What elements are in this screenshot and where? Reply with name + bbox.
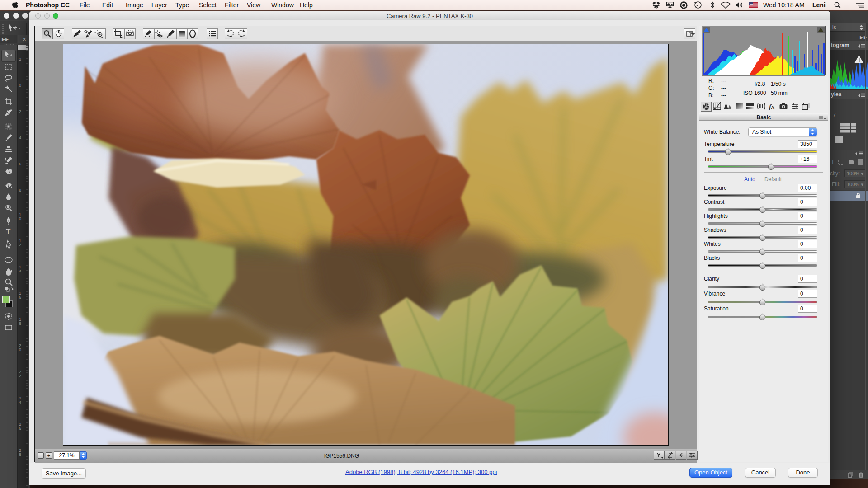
svg-text:T: T xyxy=(6,227,11,236)
svg-text:fx: fx xyxy=(769,103,775,110)
